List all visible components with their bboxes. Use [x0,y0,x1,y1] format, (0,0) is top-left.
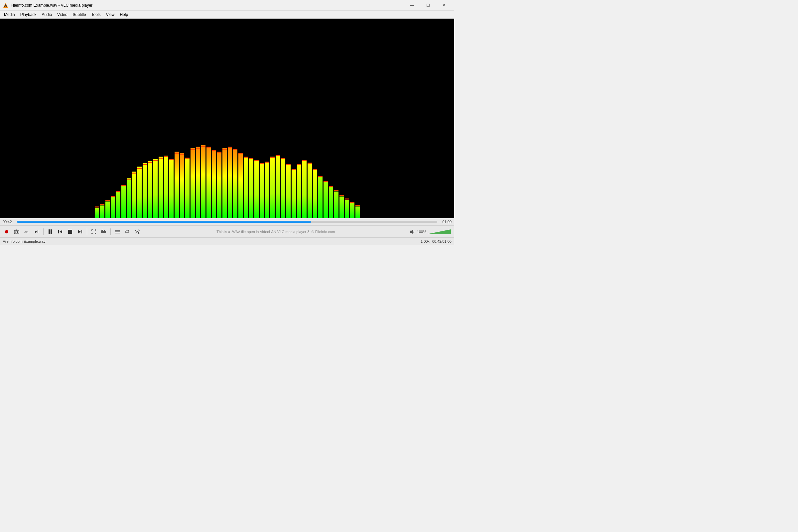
separator-3 [110,228,111,235]
eq-bar-30 [254,132,259,218]
next-button[interactable] [75,227,85,236]
eq-bar-4 [116,132,120,218]
eq-bar-fill-9 [142,163,147,218]
eq-bar-fill-44 [329,187,333,218]
eq-bar-49 [356,132,360,218]
status-bar: FileInfo.com Example.wav 1.00x 00:42/01:… [0,238,454,245]
menu-playback[interactable]: Playback [18,11,39,18]
svg-rect-14 [102,230,103,233]
svg-rect-15 [103,231,104,233]
eq-bar-fill-49 [356,207,360,218]
eq-bar-fill-13 [164,156,168,218]
eq-bar-fill-6 [127,178,131,218]
equalizer-button[interactable] [99,227,108,236]
eq-bar-fill-7 [132,172,136,218]
eq-bar-16 [180,132,184,218]
eq-bar-fill-1 [100,206,104,218]
eq-visualizer [104,125,350,218]
eq-bar-29 [249,132,253,218]
eq-bar-fill-27 [239,153,243,218]
eq-peak-6 [127,178,131,179]
eq-bar-fill-12 [158,157,163,218]
eq-peak-33 [270,157,274,158]
frame-step-button[interactable] [32,227,41,236]
eq-bar-43 [324,132,328,218]
svg-rect-17 [106,231,106,233]
eq-bar-44 [329,132,333,218]
menu-tools[interactable]: Tools [89,11,103,18]
loop-ab-button[interactable]: AB [22,227,31,236]
svg-marker-10 [59,230,62,233]
shuffle-icon [135,229,140,234]
eq-bar-fill-11 [153,159,158,218]
eq-bar-31 [260,132,264,218]
eq-peak-3 [111,196,115,197]
stop-button[interactable] [65,227,75,236]
eq-bar-36 [286,132,291,218]
eq-bar-38 [297,132,301,218]
eq-peak-46 [340,195,344,196]
eq-bar-42 [318,132,323,218]
eq-peak-1 [100,204,104,205]
maximize-button[interactable]: ☐ [420,0,436,10]
time-total: 01:00 [440,220,452,224]
eq-peak-30 [254,160,259,161]
eq-peak-45 [334,190,339,191]
menu-help[interactable]: Help [117,11,131,18]
eq-bar-19 [196,132,200,218]
eq-bar-fill-23 [217,152,222,218]
eq-bar-37 [291,132,296,218]
fullscreen-button[interactable] [89,227,98,236]
menu-view[interactable]: View [103,11,117,18]
eq-bar-46 [340,132,344,218]
eq-bar-fill-40 [307,163,312,218]
eq-bar-fill-18 [191,148,195,218]
volume-area: 100% [410,229,451,235]
eq-bar-22 [212,132,216,218]
eq-bar-47 [345,132,349,218]
eq-bar-fill-34 [276,155,280,218]
eq-peak-0 [95,207,99,208]
loop-button[interactable] [123,227,132,236]
eq-bar-7 [132,132,136,218]
menu-video[interactable]: Video [55,11,70,18]
svg-rect-11 [81,230,82,233]
eq-peak-4 [116,191,120,192]
eq-peak-26 [233,149,238,150]
close-button[interactable]: ✕ [436,0,452,10]
time-elapsed: 00:42 [3,220,14,224]
progress-area: 00:42 01:00 [0,218,454,225]
menu-media[interactable]: Media [1,11,18,18]
eq-peak-43 [324,181,328,182]
eq-bar-fill-0 [95,208,99,218]
snapshot-button[interactable] [12,227,21,236]
eq-peak-38 [297,164,301,165]
menu-audio[interactable]: Audio [39,11,55,18]
separator-2 [87,228,87,235]
eq-bar-18 [191,132,195,218]
eq-bar-fill-14 [169,160,174,218]
eq-bar-1 [100,132,104,218]
eq-bar-45 [334,132,339,218]
pause-button[interactable] [45,227,55,236]
eq-bar-fill-38 [297,165,301,218]
playlist-icon [115,229,120,234]
prev-button[interactable] [56,227,65,236]
frame-step-icon [34,229,39,234]
eq-peak-2 [106,200,110,201]
minimize-button[interactable]: — [404,0,420,10]
shuffle-button[interactable] [133,227,142,236]
playlist-button[interactable] [113,227,122,236]
title-bar: FileInfo.com Example.wav - VLC media pla… [0,0,454,11]
volume-slider[interactable] [428,229,451,234]
record-button[interactable] [2,227,11,236]
volume-triangle [428,229,451,234]
eq-bar-15 [174,132,179,218]
eq-peak-31 [260,163,264,164]
eq-bar-fill-37 [291,170,296,218]
seek-bar[interactable] [17,221,437,223]
eq-peak-47 [345,198,349,200]
fullscreen-icon [91,229,96,234]
menu-subtitle[interactable]: Subtitle [70,11,89,18]
eq-bar-3 [111,132,115,218]
